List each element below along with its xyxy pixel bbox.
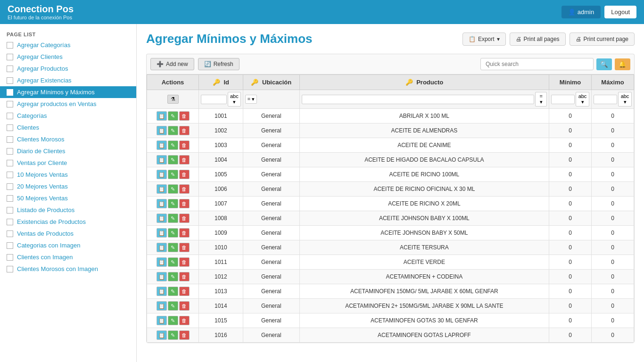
row-view-btn[interactable]: 📋	[157, 228, 167, 238]
filter-ubicacion-eq[interactable]: = ▾	[245, 95, 257, 104]
row-edit-btn[interactable]: ✎	[168, 155, 178, 165]
row-edit-btn[interactable]: ✎	[168, 111, 178, 121]
row-minimo: 0	[549, 240, 592, 255]
add-new-button[interactable]: ➕ Add new	[150, 58, 194, 70]
sidebar-item-label-1: Agregar Clientes	[17, 53, 63, 60]
row-view-btn[interactable]: 📋	[157, 199, 167, 208]
row-view-btn[interactable]: 📋	[157, 301, 167, 311]
row-delete-btn[interactable]: 🗑	[179, 301, 190, 311]
filter-minimo-dropdown[interactable]: abc ▾	[576, 92, 589, 107]
row-delete-btn[interactable]: 🗑	[179, 184, 190, 194]
sidebar-item-15[interactable]: Existencias de Productos	[0, 216, 136, 228]
row-delete-btn[interactable]: 🗑	[179, 126, 190, 135]
row-view-btn[interactable]: 📋	[157, 287, 167, 296]
row-edit-btn[interactable]: ✎	[168, 126, 178, 135]
row-edit-btn[interactable]: ✎	[168, 316, 178, 325]
row-edit-btn[interactable]: ✎	[168, 257, 178, 267]
row-edit-btn[interactable]: ✎	[168, 199, 178, 208]
row-edit-btn[interactable]: ✎	[168, 243, 178, 252]
row-view-btn[interactable]: 📋	[157, 272, 167, 281]
page-actions: 📋 Export ▾ 🖨 Print all pages 🖨 Print cur…	[462, 33, 635, 46]
row-delete-btn[interactable]: 🗑	[179, 228, 190, 238]
row-delete-btn[interactable]: 🗑	[179, 272, 190, 281]
row-id: 1015	[199, 313, 243, 328]
row-edit-btn[interactable]: ✎	[168, 330, 178, 340]
sidebar-item-7[interactable]: Clientes	[0, 122, 136, 133]
row-delete-btn[interactable]: 🗑	[179, 243, 190, 252]
row-delete-btn[interactable]: 🗑	[179, 111, 190, 121]
quick-search-input[interactable]	[480, 58, 594, 70]
print-all-button[interactable]: 🖨 Print all pages	[510, 33, 566, 46]
row-edit-btn[interactable]: ✎	[168, 170, 178, 179]
table-row: 📋 ✎ 🗑 1010GeneralACEITE TERSURA00	[147, 240, 634, 255]
logout-button[interactable]: Logout	[604, 6, 636, 18]
row-edit-btn[interactable]: ✎	[168, 140, 178, 150]
row-view-btn[interactable]: 📋	[157, 330, 167, 340]
row-delete-btn[interactable]: 🗑	[179, 330, 190, 340]
row-view-btn[interactable]: 📋	[157, 316, 167, 325]
sidebar-item-18[interactable]: Clientes con Imagen	[0, 251, 136, 263]
row-edit-btn[interactable]: ✎	[168, 301, 178, 311]
sidebar-item-19[interactable]: Clientes Morosos con Imagen	[0, 263, 136, 275]
row-view-btn[interactable]: 📋	[157, 243, 167, 252]
row-delete-btn[interactable]: 🗑	[179, 316, 190, 325]
sidebar-item-14[interactable]: Listado de Productos	[0, 204, 136, 216]
row-producto: ACEITE VERDE	[299, 255, 549, 270]
sidebar-item-13[interactable]: 50 Mejores Ventas	[0, 192, 136, 204]
page-icon-14	[7, 207, 13, 214]
row-delete-btn[interactable]: 🗑	[179, 287, 190, 296]
row-delete-btn[interactable]: 🗑	[179, 140, 190, 150]
sidebar-item-3[interactable]: Agregar Existencias	[0, 74, 136, 86]
sidebar-item-2[interactable]: Agregar Productos	[0, 63, 136, 74]
row-delete-btn[interactable]: 🗑	[179, 257, 190, 267]
row-delete-btn[interactable]: 🗑	[179, 214, 190, 223]
filter-id-input[interactable]	[201, 95, 227, 104]
filter-producto-dropdown[interactable]: = ▾	[535, 92, 547, 107]
sidebar-item-12[interactable]: 20 Mejores Ventas	[0, 181, 136, 192]
sidebar-item-label-18: Clientes con Imagen	[17, 254, 73, 261]
search-button[interactable]: 🔍	[596, 58, 612, 70]
row-view-btn[interactable]: 📋	[157, 257, 167, 267]
sidebar-item-4[interactable]: Agregar Mínimos y Máximos	[0, 86, 136, 98]
row-edit-btn[interactable]: ✎	[168, 228, 178, 238]
filter-producto-input[interactable]	[302, 95, 535, 104]
row-edit-btn[interactable]: ✎	[168, 184, 178, 194]
export-button[interactable]: 📋 Export ▾	[462, 33, 506, 46]
row-view-btn[interactable]: 📋	[157, 184, 167, 194]
sidebar-item-16[interactable]: Ventas de Productos	[0, 228, 136, 239]
row-view-btn[interactable]: 📋	[157, 126, 167, 135]
row-view-btn[interactable]: 📋	[157, 214, 167, 223]
row-delete-btn[interactable]: 🗑	[179, 199, 190, 208]
page-icon-19	[7, 266, 13, 272]
filter-maximo-input[interactable]	[594, 95, 617, 104]
row-edit-btn[interactable]: ✎	[168, 214, 178, 223]
row-view-btn[interactable]: 📋	[157, 140, 167, 150]
row-delete-btn[interactable]: 🗑	[179, 155, 190, 165]
sidebar-item-1[interactable]: Agregar Clientes	[0, 51, 136, 63]
sidebar-item-9[interactable]: Diario de Clientes	[0, 145, 136, 157]
sidebar-item-6[interactable]: Categorías	[0, 110, 136, 122]
sidebar-item-10[interactable]: Ventas por Cliente	[0, 157, 136, 169]
sidebar-item-0[interactable]: Agregar Categorías	[0, 39, 136, 51]
key-icon-ubicacion: 🔑	[251, 79, 258, 86]
admin-button[interactable]: 👤 admin	[561, 6, 601, 18]
print-current-button[interactable]: 🖨 Print current page	[570, 33, 635, 46]
row-producto: ACETAMINOFEN GOTAS 30 ML GENFAR	[299, 313, 549, 328]
row-delete-btn[interactable]: 🗑	[179, 170, 190, 179]
search-filter-button[interactable]: 🔔	[615, 58, 630, 70]
sidebar-item-8[interactable]: Clientes Morosos	[0, 133, 136, 145]
row-edit-btn[interactable]: ✎	[168, 272, 178, 281]
sidebar-item-17[interactable]: Categorias con Imagen	[0, 239, 136, 251]
row-view-btn[interactable]: 📋	[157, 111, 167, 121]
row-ubicacion: General	[243, 167, 299, 182]
refresh-button[interactable]: 🔄 Refresh	[198, 58, 239, 70]
filter-maximo-dropdown[interactable]: abc ▾	[618, 92, 632, 107]
filter-actions-btn[interactable]: ⚗	[167, 95, 179, 104]
row-view-btn[interactable]: 📋	[157, 170, 167, 179]
filter-id-dropdown[interactable]: abc ▾	[228, 92, 241, 107]
row-view-btn[interactable]: 📋	[157, 155, 167, 165]
filter-minimo-input[interactable]	[551, 95, 575, 104]
row-edit-btn[interactable]: ✎	[168, 287, 178, 296]
sidebar-item-11[interactable]: 10 Mejores Ventas	[0, 169, 136, 181]
sidebar-item-5[interactable]: Agregar productos en Ventas	[0, 98, 136, 110]
